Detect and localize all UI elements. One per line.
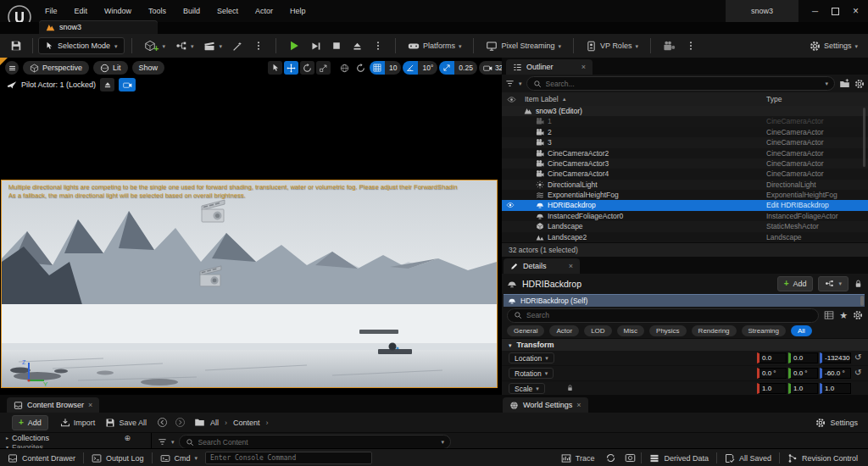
rotation-x-field[interactable]: 0.0 ° — [757, 368, 787, 379]
selection-mode-dropdown[interactable]: Selection Mode ▾ — [38, 37, 125, 54]
menu-window[interactable]: Window — [97, 7, 139, 15]
menu-help[interactable]: Help — [282, 7, 314, 15]
outliner-search[interactable]: ▾ — [526, 76, 835, 91]
outliner-row[interactable]: CineCameraActor4 CineCameraActor — [502, 169, 868, 179]
outliner-search-input[interactable] — [546, 80, 821, 88]
minimize-button[interactable]: ─ — [812, 7, 818, 16]
scale-dropdown[interactable]: Scale▾ — [509, 383, 545, 394]
cb-add-button[interactable]: + Add — [12, 415, 48, 430]
outliner-row[interactable]: CineCameraActor3 CineCameraActor — [502, 158, 868, 169]
gear-icon[interactable] — [853, 310, 863, 320]
chevron-down-icon[interactable]: ▾ — [825, 80, 828, 86]
insights-sync-button[interactable] — [602, 449, 620, 466]
scale-snap-control[interactable]: 0.25 — [439, 61, 477, 75]
outliner-row[interactable]: InstancedFoliageActor0 InstancedFoliageA… — [502, 211, 868, 221]
editor-modes-button[interactable] — [227, 34, 248, 58]
project-tab[interactable]: snow3 — [39, 20, 158, 34]
filter-icon[interactable] — [158, 437, 167, 447]
filter-collections-icon[interactable] — [136, 434, 144, 442]
world-space-toggle[interactable] — [337, 61, 352, 75]
menu-tools[interactable]: Tools — [141, 7, 174, 15]
derived-data-button[interactable]: Derived Data — [642, 449, 716, 466]
close-icon[interactable]: × — [576, 401, 581, 409]
cb-settings-button[interactable]: Settings — [815, 418, 858, 428]
eye-icon[interactable] — [507, 95, 516, 104]
location-z-field[interactable]: -132430 — [820, 352, 851, 363]
component-self-row[interactable]: HDRIBackdrop (Self) — [504, 294, 865, 307]
lit-dropdown[interactable]: Lit — [93, 61, 128, 75]
chip-actor[interactable]: Actor — [549, 325, 579, 336]
play-button[interactable] — [283, 34, 305, 58]
outliner-row[interactable]: ExponentialHeightFog ExponentialHeightFo… — [502, 190, 868, 200]
rotation-z-field[interactable]: -60.0 ° — [820, 368, 851, 379]
outliner-row[interactable]: Landscape StaticMeshActor — [502, 221, 868, 231]
location-x-field[interactable]: 0.0 — [757, 352, 787, 363]
reset-rotation-icon[interactable]: ↺ — [854, 368, 861, 377]
column-item-label[interactable]: Item Label — [525, 95, 559, 103]
move-tool[interactable] — [284, 61, 298, 75]
surface-snap-toggle[interactable] — [353, 61, 368, 75]
content-drawer-button[interactable]: Content Drawer — [0, 449, 83, 466]
rotation-snap-control[interactable]: 10° — [403, 61, 437, 75]
frame-skip-button[interactable] — [305, 34, 326, 58]
chip-misc[interactable]: Misc — [617, 325, 644, 336]
add-component-button[interactable]: + Add — [777, 276, 814, 291]
rotate-tool[interactable] — [300, 61, 314, 75]
stop-piloting-button[interactable] — [100, 78, 114, 92]
output-log-button[interactable]: Output Log — [84, 449, 152, 466]
tab-world-settings[interactable]: World Settings × — [503, 397, 588, 413]
rotation-dropdown[interactable]: Rotation▾ — [509, 368, 554, 379]
cb-import-button[interactable]: Import — [55, 411, 101, 435]
menu-select[interactable]: Select — [209, 7, 246, 15]
chip-streaming[interactable]: Streaming — [742, 325, 786, 336]
lock-icon[interactable] — [566, 384, 574, 391]
outliner-row[interactable]: snow3 (Editor) — [502, 106, 868, 116]
eye-icon[interactable] — [506, 201, 515, 209]
close-icon[interactable]: × — [569, 262, 573, 270]
console-command-input[interactable] — [205, 452, 372, 464]
outliner-row[interactable]: CineCameraActor2 CineCameraActor — [502, 148, 868, 158]
outliner-scrollbar[interactable] — [863, 108, 865, 167]
cinematics-button[interactable]: ▾ — [198, 34, 227, 58]
star-icon[interactable]: ★ — [839, 310, 848, 321]
chip-physics[interactable]: Physics — [649, 325, 687, 336]
table-view-icon[interactable] — [824, 310, 834, 320]
select-tool[interactable] — [268, 61, 282, 75]
lock-icon[interactable] — [854, 279, 863, 288]
filter-icon[interactable] — [505, 79, 515, 88]
screenshot-button[interactable] — [620, 449, 641, 466]
transform-section-header[interactable]: ▾ Transform — [502, 338, 868, 351]
outliner-row-selected[interactable]: HDRIBackdrop Edit HDRIBackdrop — [502, 200, 868, 210]
take-recorder-button[interactable] — [658, 34, 681, 58]
revision-control-button[interactable]: Revision Control — [780, 449, 868, 466]
chip-lod[interactable]: LOD — [584, 325, 611, 336]
pilot-camera-button[interactable] — [119, 78, 136, 92]
gear-icon[interactable] — [854, 79, 865, 89]
all-saved-button[interactable]: All Saved — [717, 449, 779, 466]
details-search[interactable] — [507, 308, 819, 323]
column-type[interactable]: Type — [766, 95, 782, 103]
settings-dropdown[interactable]: Settings▾ — [804, 34, 868, 58]
components-scrollbar[interactable] — [860, 296, 864, 306]
close-icon[interactable]: × — [88, 401, 92, 409]
content-search[interactable]: ▾ — [179, 435, 451, 449]
viewport-options-menu[interactable] — [5, 61, 19, 75]
scale-z-field[interactable]: 1.0 — [820, 383, 851, 394]
cb-save-all-button[interactable]: Save All — [100, 411, 152, 435]
chevron-down-icon[interactable]: ▾ — [519, 80, 522, 86]
breadcrumb-all[interactable]: All — [210, 419, 219, 427]
menu-actor[interactable]: Actor — [248, 7, 281, 15]
grid-snap-control[interactable]: 10 — [370, 61, 401, 75]
close-icon[interactable]: × — [581, 63, 586, 71]
trace-button[interactable]: Trace — [554, 449, 603, 466]
details-search-input[interactable] — [526, 311, 812, 319]
vp-roles-dropdown[interactable]: VP Roles▾ — [581, 34, 643, 58]
breadcrumb-content[interactable]: Content — [233, 419, 260, 427]
close-button[interactable]: × — [853, 5, 859, 17]
blueprints-button[interactable]: ▾ — [170, 34, 199, 58]
add-actor-button[interactable]: +▾ — [139, 34, 170, 58]
tab-outliner[interactable]: Outliner × — [506, 59, 593, 75]
stop-button[interactable] — [326, 34, 347, 58]
recorder-kebab[interactable] — [681, 34, 701, 58]
location-dropdown[interactable]: Location▾ — [509, 352, 554, 363]
